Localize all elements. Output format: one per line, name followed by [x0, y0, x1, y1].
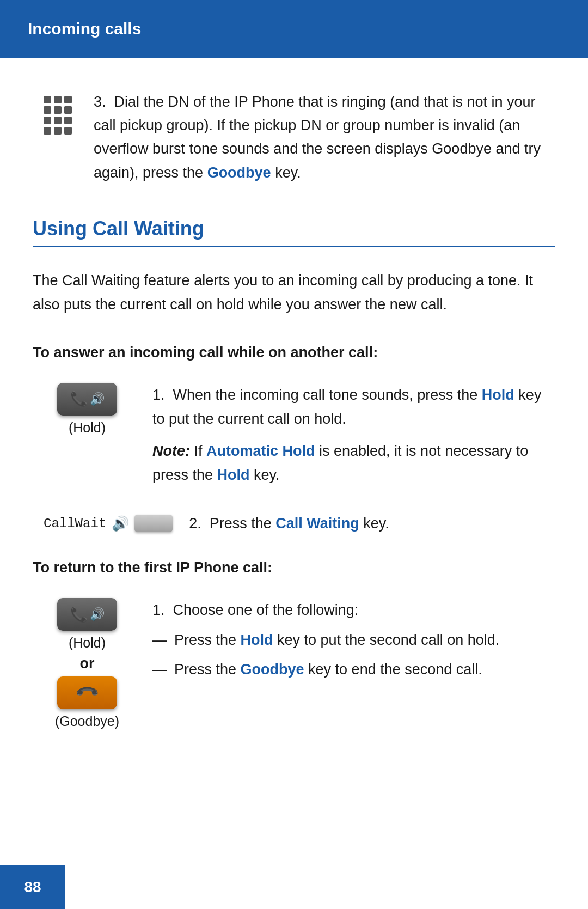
hold-button-graphic: 📞 🔊 [57, 383, 117, 416]
subsection2-title: To return to the first IP Phone call: [33, 559, 555, 576]
person-icon-2: 🔊 [90, 607, 105, 621]
page-footer: 88 [0, 865, 65, 909]
step3-section: 3. Dial the DN of the IP Phone that is r… [33, 90, 555, 185]
header-title: Incoming calls [28, 20, 141, 38]
bullet-item-2: Press the Goodbye key to end the second … [152, 657, 555, 682]
hold-link-bullet1: Hold [241, 632, 273, 648]
or-text: or [80, 655, 95, 672]
hold-button-graphic-2: 📞 🔊 [57, 598, 117, 631]
goodbye-button-graphic: 📞 [57, 676, 117, 709]
goodbye-link-step3: Goodbye [207, 164, 271, 181]
phone-icon-2: 📞 [70, 606, 88, 623]
hold-label-2: (Hold) [69, 635, 106, 651]
section-intro: The Call Waiting feature alerts you to a… [33, 269, 555, 317]
step1-row: 📞 🔊 (Hold) 1. When the incoming call ton… [33, 383, 555, 487]
subsection1-title: To answer an incoming call while on anot… [33, 344, 555, 361]
goodbye-phone-icon: 📞 [74, 680, 100, 706]
return-text-col: 1. Choose one of the following: Press th… [152, 598, 555, 687]
goodbye-label: (Goodbye) [55, 713, 119, 729]
callwait-row: CallWait 🔊 2. Press the Call Waiting key… [44, 515, 555, 532]
step1-text: 1. When the incoming call tone sounds, p… [152, 383, 555, 431]
person-icon: 🔊 [90, 392, 105, 406]
note-text: Note: If Automatic Hold is enabled, it i… [152, 439, 555, 487]
callwait-key-graphic [134, 515, 173, 532]
step2-text: 2. Press the Call Waiting key. [189, 515, 389, 532]
section-heading: Using Call Waiting [33, 217, 555, 247]
hold-label: (Hold) [69, 420, 106, 436]
phone-icon: 📞 [70, 391, 88, 407]
goodbye-link-bullet2: Goodbye [241, 661, 304, 678]
callwait-label: CallWait [44, 516, 106, 531]
step1-text-col: 1. When the incoming call tone sounds, p… [152, 383, 555, 487]
bullet-item-1: Press the Hold key to put the second cal… [152, 628, 555, 652]
automatic-hold-link: Automatic Hold [206, 443, 315, 459]
callwait-person-icon: 🔊 [112, 515, 129, 532]
page-number: 88 [24, 879, 41, 896]
call-waiting-link: Call Waiting [275, 515, 359, 532]
hold-link-note: Hold [217, 467, 250, 483]
return-step1-text: 1. Choose one of the following: [152, 598, 555, 623]
hold-link-step1: Hold [482, 387, 514, 403]
step3-text: 3. Dial the DN of the IP Phone that is r… [94, 90, 555, 185]
bullet-list: Press the Hold key to put the second cal… [152, 628, 555, 682]
return-icon-col: 📞 🔊 (Hold) or 📞 (Goodbye) [33, 598, 142, 729]
main-content: 3. Dial the DN of the IP Phone that is r… [0, 58, 588, 789]
keypad-icon [33, 96, 72, 135]
hold-icon-col: 📞 🔊 (Hold) [33, 383, 142, 436]
return-step1-row: 📞 🔊 (Hold) or 📞 (Goodbye) 1. Choose one … [33, 598, 555, 729]
header-bar: Incoming calls [0, 0, 588, 58]
